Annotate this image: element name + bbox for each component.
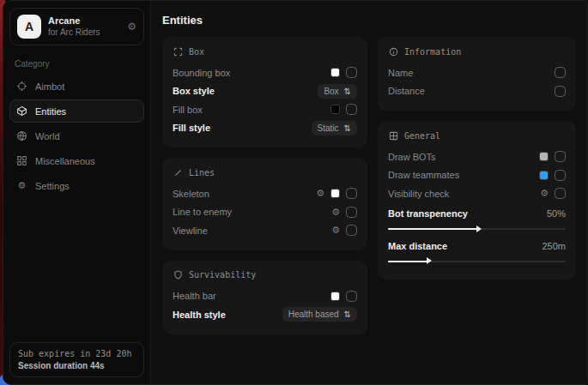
setting-row-box-style: Box style Box ⇅	[173, 82, 357, 101]
app-title: Arcane	[48, 15, 120, 27]
crosshair-icon	[16, 81, 27, 92]
sidebar-nav: Aimbot Entities World	[9, 74, 144, 198]
app-subtitle: for Arc Riders	[48, 27, 120, 39]
setting-row-viewline: Viewline ⚙	[173, 221, 357, 240]
setting-row-bounding-box: Bounding box	[173, 63, 357, 82]
sort-arrows-icon: ⇅	[344, 310, 351, 319]
sidebar-item-settings[interactable]: ⚙ Settings	[9, 174, 144, 197]
sidebar: A Arcane for Arc Riders ⚙ Category Aimbo…	[3, 1, 151, 384]
sidebar-item-entities[interactable]: Entities	[9, 99, 144, 123]
session-duration-text: Session duration 44s	[18, 361, 136, 370]
sidebar-item-label: Aimbot	[35, 81, 64, 92]
app-window: A Arcane for Arc Riders ⚙ Category Aimbo…	[3, 0, 588, 385]
section-general: General Draw BOTs Draw teammates	[378, 121, 576, 280]
section-title: Information	[404, 47, 461, 57]
checkbox[interactable]	[346, 207, 357, 218]
box-style-select[interactable]: Box ⇅	[318, 84, 357, 99]
section-lines: Lines Skeleton ⚙ Line to enemy ⚙	[162, 158, 367, 250]
fill-style-select[interactable]: Static ⇅	[312, 121, 357, 135]
section-title: Lines	[189, 168, 215, 177]
page-title: Entities	[162, 14, 576, 27]
gear-icon[interactable]: ⚙	[316, 189, 324, 198]
checkbox[interactable]	[346, 291, 357, 302]
color-swatch[interactable]	[330, 189, 340, 198]
sidebar-item-label: Miscellaneous	[35, 156, 95, 166]
setting-row-draw-bots: Draw BOTs	[388, 147, 566, 166]
color-swatch[interactable]	[330, 68, 340, 77]
subscription-status-card: Sub expires in 23d 20h Session duration …	[9, 342, 144, 377]
section-title: Box	[189, 47, 204, 57]
grid-icon	[388, 130, 398, 141]
checkbox[interactable]	[555, 151, 566, 162]
info-icon	[388, 46, 398, 57]
setting-row-distance: Distance	[388, 82, 566, 101]
color-swatch[interactable]	[330, 292, 340, 301]
slider-thumb[interactable]	[476, 226, 482, 232]
app-avatar: A	[17, 15, 41, 39]
sort-arrows-icon: ⇅	[344, 123, 351, 133]
line-icon	[173, 167, 183, 177]
bot-transparency-slider[interactable]	[388, 228, 566, 230]
setting-row-visibility-check: Visibility check ⚙	[388, 184, 566, 203]
section-survivability: Survivability Health bar Health style He…	[162, 261, 367, 334]
setting-row-max-distance: Max distance 250m	[388, 237, 566, 256]
slider-value: 250m	[542, 241, 566, 251]
gear-icon[interactable]: ⚙	[331, 226, 340, 235]
checkbox[interactable]	[346, 67, 357, 78]
shield-icon	[173, 270, 183, 280]
globe-icon	[16, 130, 27, 141]
setting-row-bot-transparency: Bot transpenency 50%	[388, 205, 566, 224]
cube-icon	[16, 105, 27, 117]
logo-card: A Arcane for Arc Riders ⚙	[9, 8, 144, 45]
sidebar-item-label: Settings	[35, 181, 70, 191]
max-distance-slider[interactable]	[388, 261, 566, 262]
sub-expiry-text: Sub expires in 23d 20h	[18, 349, 136, 358]
section-information: Information Name Distance	[378, 37, 576, 111]
checkbox[interactable]	[555, 188, 566, 199]
setting-row-name: Name	[388, 63, 566, 82]
setting-row-line-to-enemy: Line to enemy ⚙	[173, 203, 357, 222]
sidebar-item-label: World	[35, 131, 60, 141]
main-panel: Entities Box Bounding box	[151, 1, 587, 384]
box-corners-icon	[173, 46, 183, 57]
checkbox[interactable]	[555, 170, 566, 181]
checkbox[interactable]	[346, 225, 357, 236]
section-box: Box Bounding box Box style Box ⇅	[162, 37, 367, 147]
sidebar-item-miscellaneous[interactable]: Miscellaneous	[9, 149, 144, 172]
checkbox[interactable]	[346, 188, 357, 199]
slider-thumb[interactable]	[427, 257, 432, 264]
setting-row-draw-teammates: Draw teammates	[388, 166, 566, 185]
setting-row-fill-box: Fill box	[173, 100, 357, 119]
setting-row-health-bar: Health bar	[173, 287, 357, 306]
category-label: Category	[15, 59, 139, 69]
color-swatch[interactable]	[539, 171, 549, 180]
color-swatch[interactable]	[330, 105, 340, 114]
gear-icon: ⚙	[16, 180, 27, 191]
gear-icon[interactable]: ⚙	[540, 189, 549, 198]
checkbox[interactable]	[555, 86, 566, 97]
gear-icon[interactable]: ⚙	[331, 208, 340, 217]
section-title: Survivability	[189, 270, 256, 280]
setting-row-fill-style: Fill style Static ⇅	[173, 119, 357, 138]
sidebar-item-aimbot[interactable]: Aimbot	[9, 75, 144, 98]
layout-grid-icon	[16, 155, 27, 166]
checkbox[interactable]	[346, 104, 357, 115]
sidebar-item-label: Entities	[35, 106, 66, 117]
gear-icon[interactable]: ⚙	[127, 21, 136, 33]
slider-value: 50%	[547, 208, 566, 219]
color-swatch[interactable]	[539, 152, 549, 161]
setting-row-skeleton: Skeleton ⚙	[173, 184, 357, 203]
sidebar-item-world[interactable]: World	[9, 124, 144, 147]
health-style-select[interactable]: Health based ⇅	[282, 307, 357, 322]
sort-arrows-icon: ⇅	[344, 87, 351, 96]
checkbox[interactable]	[555, 67, 566, 78]
setting-row-health-style: Health style Health based ⇅	[173, 305, 357, 324]
section-title: General	[404, 131, 440, 141]
